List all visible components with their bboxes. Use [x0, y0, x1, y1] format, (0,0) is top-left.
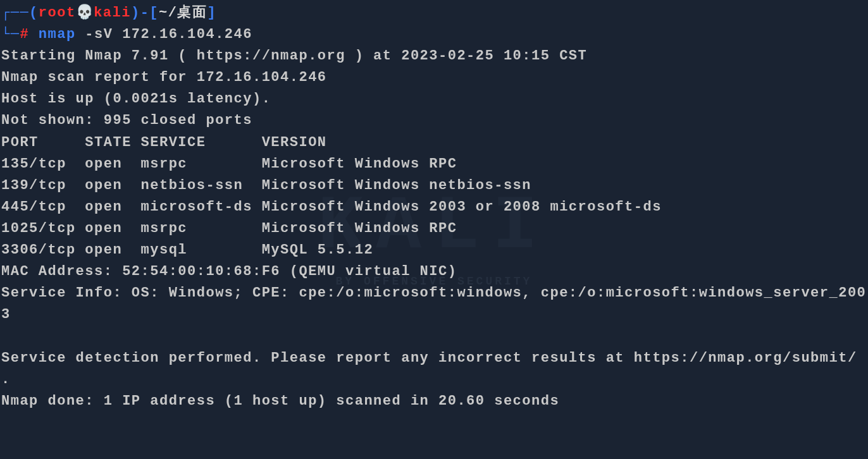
prompt-paren-close: )	[131, 5, 140, 21]
port-header: PORT STATE SERVICE VERSION	[1, 132, 867, 154]
output-service-info: Service Info: OS: Windows; CPE: cpe:/o:m…	[1, 283, 867, 326]
prompt-connector-bottom: └─	[1, 27, 20, 42]
command-name: nmap	[39, 27, 76, 42]
port-row: 3306/tcp open mysql MySQL 5.5.12	[1, 240, 867, 261]
prompt-host: kali	[94, 5, 131, 21]
command-args: -sV 172.16.104.246	[76, 27, 252, 42]
prompt-bracket-close: ]	[207, 5, 216, 21]
output-starting: Starting Nmap 7.91 ( https://nmap.org ) …	[1, 46, 867, 67]
output-blank	[1, 326, 867, 347]
output-report: Nmap scan report for 172.16.104.246	[1, 67, 867, 89]
port-row: 139/tcp open netbios-ssn Microsoft Windo…	[1, 175, 867, 197]
prompt-connector-top: ┌──	[1, 5, 29, 21]
prompt-hash: #	[20, 27, 29, 42]
output-mac: MAC Address: 52:54:00:10:68:F6 (QEMU vir…	[1, 261, 867, 283]
output-not-shown: Not shown: 995 closed ports	[1, 110, 867, 132]
prompt-dash: -	[140, 5, 150, 21]
port-row: 445/tcp open microsoft-ds Microsoft Wind…	[1, 197, 867, 218]
prompt-bracket-open: [	[149, 5, 159, 21]
port-row: 1025/tcp open msrpc Microsoft Windows RP…	[1, 218, 867, 240]
skull-icon: 💀	[76, 5, 94, 21]
output-host-up: Host is up (0.0021s latency).	[1, 89, 867, 110]
terminal-content[interactable]: ┌──(root💀kali)-[~/桌面] └─# nmap -sV 172.1…	[1, 3, 867, 412]
output-done: Nmap done: 1 IP address (1 host up) scan…	[1, 391, 867, 412]
output-detection: Service detection performed. Please repo…	[1, 348, 867, 391]
prompt-user: root	[39, 5, 76, 21]
prompt-line-2: └─# nmap -sV 172.16.104.246	[1, 24, 867, 46]
prompt-paren-open: (	[29, 5, 39, 21]
prompt-line-1: ┌──(root💀kali)-[~/桌面]	[1, 3, 867, 24]
port-row: 135/tcp open msrpc Microsoft Windows RPC	[1, 154, 867, 175]
prompt-cwd: ~/桌面	[159, 5, 207, 21]
